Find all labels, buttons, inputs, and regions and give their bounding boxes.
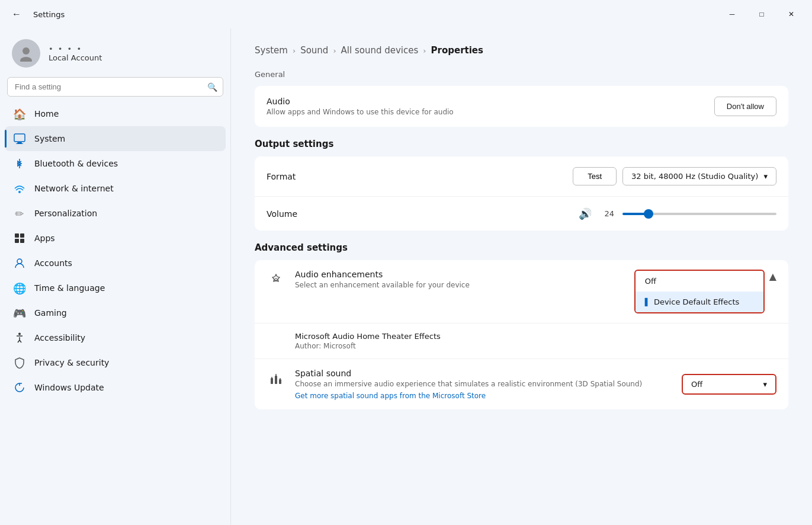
sidebar-item-label-accounts: Accounts <box>34 258 72 268</box>
sidebar-item-privacy[interactable]: Privacy & security <box>5 350 226 375</box>
time-icon: 🌐 <box>13 281 26 294</box>
close-button[interactable]: ✕ <box>778 5 805 24</box>
titlebar-controls: ─ □ ✕ <box>718 5 805 24</box>
general-section-label: General <box>255 70 788 79</box>
sidebar-item-label-system: System <box>34 134 65 143</box>
volume-slider[interactable] <box>622 208 776 220</box>
output-card: Format Test 32 bit, 48000 Hz (Studio Qua… <box>255 156 788 231</box>
dont-allow-button[interactable]: Don't allow <box>714 97 776 116</box>
svg-rect-9 <box>15 239 19 243</box>
minimize-button[interactable]: ─ <box>718 5 746 24</box>
sidebar-item-system[interactable]: System <box>5 126 226 151</box>
accounts-icon <box>13 257 26 270</box>
search-box: 🔍 <box>7 77 223 97</box>
sidebar-item-label-network: Network & internet <box>34 184 114 193</box>
sidebar-nav: 🏠 Home System <box>5 101 226 400</box>
update-icon <box>13 381 26 394</box>
system-icon <box>13 132 26 145</box>
volume-controls: 🔊 24 <box>579 207 776 220</box>
enhancement-left: Audio enhancements Select an enhancement… <box>267 270 470 290</box>
sidebar: • • • • Local Account 🔍 🏠 Home <box>0 28 231 525</box>
user-label: Local Account <box>49 53 102 62</box>
titlebar-title: Settings <box>33 10 65 19</box>
maximize-button[interactable]: □ <box>748 5 775 24</box>
format-select[interactable]: 32 bit, 48000 Hz (Studio Quality) ▾ <box>622 167 776 185</box>
volume-label: Volume <box>267 209 297 219</box>
audio-enhancements-row: Audio enhancements Select an enhancement… <box>255 260 788 324</box>
sidebar-item-update[interactable]: Windows Update <box>5 375 226 400</box>
accessibility-icon <box>13 331 26 344</box>
dropdown-option-device-default[interactable]: ▌ Device Default Effects <box>636 292 763 312</box>
audio-card: Audio Allow apps and Windows to use this… <box>255 86 788 127</box>
sidebar-item-label-bluetooth: Bluetooth & devices <box>34 159 118 168</box>
avatar <box>12 39 40 68</box>
sidebar-item-label-update: Windows Update <box>34 383 104 392</box>
sidebar-item-accounts[interactable]: Accounts <box>5 251 226 276</box>
breadcrumb-sound[interactable]: Sound <box>300 45 328 56</box>
sidebar-item-label-apps: Apps <box>34 233 55 243</box>
format-value: 32 bit, 48000 Hz (Studio Quality) <box>631 172 758 181</box>
format-label: Format <box>267 172 296 181</box>
sidebar-item-time[interactable]: 🌐 Time & language <box>5 276 226 300</box>
main-content: System › Sound › All sound devices › Pro… <box>231 28 812 525</box>
svg-point-12 <box>18 333 21 335</box>
back-button[interactable]: ← <box>7 5 26 24</box>
svg-rect-7 <box>15 233 19 238</box>
audio-row: Audio Allow apps and Windows to use this… <box>255 86 788 127</box>
user-section: • • • • Local Account <box>5 28 226 77</box>
chevron-down-icon: ▾ <box>763 172 768 181</box>
spatial-title: Spatial sound <box>295 369 642 378</box>
volume-value: 24 <box>600 209 614 218</box>
sidebar-item-apps[interactable]: Apps <box>5 226 226 251</box>
spatial-link[interactable]: Get more spatial sound apps from the Mic… <box>295 392 642 400</box>
output-section-title: Output settings <box>255 139 788 149</box>
sidebar-item-network[interactable]: Network & internet <box>5 176 226 201</box>
dropdown-option-off[interactable]: Off <box>636 271 763 292</box>
spatial-left: Spatial sound Choose an immersive audio … <box>267 369 642 400</box>
breadcrumb-system[interactable]: System <box>255 45 288 56</box>
breadcrumb: System › Sound › All sound devices › Pro… <box>255 45 788 56</box>
svg-rect-15 <box>279 379 281 384</box>
sidebar-item-home[interactable]: 🏠 Home <box>5 101 226 126</box>
spatial-value: Off <box>691 380 702 389</box>
slider-track <box>622 213 776 215</box>
chevron-up-icon[interactable]: ▲ <box>769 271 776 282</box>
enhancement-icon <box>267 271 285 290</box>
svg-point-1 <box>20 57 32 62</box>
svg-point-11 <box>17 259 22 264</box>
svg-point-6 <box>18 191 21 193</box>
search-icon: 🔍 <box>207 82 217 92</box>
spatial-select[interactable]: Off ▾ <box>682 374 776 395</box>
app-body: • • • • Local Account 🔍 🏠 Home <box>0 28 812 525</box>
sidebar-item-label-privacy: Privacy & security <box>34 358 109 367</box>
format-controls: Test 32 bit, 48000 Hz (Studio Quality) ▾ <box>573 167 776 185</box>
apps-icon <box>13 232 26 245</box>
bluetooth-icon <box>13 157 26 170</box>
user-dots: • • • • <box>49 44 102 53</box>
test-button[interactable]: Test <box>573 167 617 185</box>
home-icon: 🏠 <box>13 107 26 120</box>
sidebar-item-label-personalization: Personalization <box>34 209 97 218</box>
sidebar-item-label-accessibility: Accessibility <box>34 333 85 342</box>
audio-description: Allow apps and Windows to use this devic… <box>267 108 454 116</box>
sidebar-item-personalization[interactable]: ✏️ Personalization <box>5 201 226 226</box>
spatial-text: Spatial sound Choose an immersive audio … <box>295 369 642 400</box>
volume-icon: 🔊 <box>579 207 592 220</box>
sidebar-item-gaming[interactable]: 🎮 Gaming <box>5 300 226 325</box>
sidebar-item-accessibility[interactable]: Accessibility <box>5 325 226 350</box>
svg-rect-13 <box>271 378 273 384</box>
dropdown-option-label: Device Default Effects <box>654 297 739 306</box>
microsoft-effects-text: Microsoft Audio Home Theater Effects Aut… <box>295 332 441 350</box>
sidebar-item-bluetooth[interactable]: Bluetooth & devices <box>5 151 226 176</box>
breadcrumb-all-sound-devices[interactable]: All sound devices <box>341 45 419 56</box>
sidebar-item-label-gaming: Gaming <box>34 308 67 318</box>
user-info: • • • • Local Account <box>49 44 102 62</box>
enhancement-title: Audio enhancements <box>295 270 470 279</box>
titlebar-left: ← Settings <box>7 5 65 24</box>
slider-thumb[interactable] <box>644 209 653 219</box>
svg-point-0 <box>23 47 30 55</box>
search-input[interactable] <box>7 77 223 97</box>
svg-rect-10 <box>20 239 24 243</box>
microsoft-effects-row: Microsoft Audio Home Theater Effects Aut… <box>255 324 788 359</box>
enhancement-dropdown[interactable]: Off ▌ Device Default Effects <box>634 270 765 313</box>
